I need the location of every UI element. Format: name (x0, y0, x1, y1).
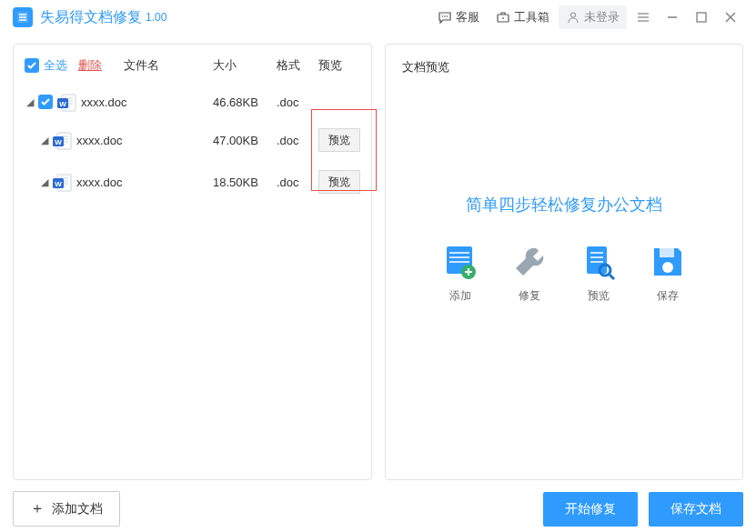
svg-text:W: W (59, 100, 66, 108)
file-size: 46.68KB (213, 95, 277, 109)
start-repair-button[interactable]: 开始修复 (543, 492, 638, 527)
file-size: 47.00KB (213, 134, 277, 147)
delete-link[interactable]: 删除 (78, 57, 102, 74)
main-area: 全选 删除 文件名 大小 格式 预览 ◢Wxxxx.doc46.68KB.doc… (0, 35, 756, 480)
file-name: xxxx.doc (81, 95, 213, 109)
row-checkbox[interactable] (38, 95, 53, 109)
table-row[interactable]: ◢Wxxxx.doc18.50KB.doc预览 (14, 161, 371, 203)
login-label: 未登录 (584, 9, 620, 25)
file-format: .doc (277, 95, 318, 109)
svg-point-3 (447, 15, 449, 17)
doc-icon: W (53, 132, 71, 148)
preview-big-title: 简单四步轻松修复办公文档 (466, 194, 662, 216)
file-format: .doc (277, 176, 318, 189)
svg-rect-22 (590, 252, 603, 254)
svg-rect-26 (660, 248, 674, 257)
expand-icon[interactable]: ◢ (26, 96, 34, 108)
toolbox-icon (496, 10, 510, 25)
support-label: 客服 (456, 9, 479, 25)
steps-row: 添加 修复 预览 保存 (441, 243, 687, 304)
preview-placeholder: 简单四步轻松修复办公文档 添加 修复 预览 保存 (386, 90, 742, 479)
chat-icon (438, 10, 452, 25)
close-button[interactable] (718, 6, 743, 28)
svg-rect-18 (449, 256, 469, 258)
svg-point-5 (571, 13, 576, 17)
file-name: xxxx.doc (76, 176, 213, 189)
step-preview-label: 预览 (588, 288, 610, 304)
toolbox-label: 工具箱 (514, 9, 549, 25)
file-list-panel: 全选 删除 文件名 大小 格式 预览 ◢Wxxxx.doc46.68KB.doc… (13, 44, 372, 480)
toolbox-button[interactable]: 工具箱 (489, 5, 557, 29)
step-save: 保存 (649, 243, 687, 304)
col-size-header: 大小 (213, 57, 277, 74)
title-bar: 失易得文档修复 1.00 客服 工具箱 未登录 (0, 0, 756, 35)
add-document-label: 添加文档 (52, 501, 103, 517)
doc-icon: W (57, 94, 76, 110)
app-version: 1.00 (146, 11, 166, 24)
preview-button[interactable]: 预览 (318, 170, 360, 194)
step-repair-label: 修复 (519, 288, 540, 304)
minimize-button[interactable] (660, 6, 685, 28)
table-row[interactable]: ◢Wxxxx.doc47.00KB.doc预览 (14, 119, 371, 161)
svg-rect-23 (590, 256, 603, 258)
save-icon (649, 243, 687, 281)
file-rows: ◢Wxxxx.doc46.68KB.doc◢Wxxxx.doc47.00KB.d… (14, 85, 371, 479)
col-format-header: 格式 (277, 57, 318, 74)
menu-button[interactable] (630, 6, 656, 28)
file-format: .doc (277, 134, 318, 147)
step-add: 添加 (441, 243, 479, 304)
preview-panel: 文档预览 简单四步轻松修复办公文档 添加 修复 预览 保存 (385, 44, 743, 480)
file-name: xxxx.doc (76, 134, 213, 147)
svg-point-2 (444, 15, 446, 17)
search-doc-icon (580, 243, 618, 281)
add-document-button[interactable]: ＋ 添加文档 (13, 491, 120, 527)
save-document-button[interactable]: 保存文档 (649, 492, 743, 527)
svg-rect-21 (587, 246, 607, 274)
maximize-icon (696, 12, 707, 23)
expand-icon[interactable]: ◢ (41, 135, 48, 146)
svg-text:W: W (55, 138, 62, 146)
svg-rect-24 (590, 261, 603, 263)
file-size: 18.50KB (213, 176, 277, 189)
menu-icon (636, 10, 650, 25)
footer-bar: ＋ 添加文档 开始修复 保存文档 (0, 480, 756, 532)
step-save-label: 保存 (657, 288, 679, 304)
svg-rect-17 (449, 252, 469, 254)
app-title: 失易得文档修复 (40, 8, 142, 27)
select-all-label: 全选 (44, 57, 67, 74)
preview-button[interactable]: 预览 (318, 128, 360, 152)
expand-icon[interactable]: ◢ (41, 176, 48, 188)
svg-point-27 (662, 262, 673, 273)
login-button[interactable]: 未登录 (559, 5, 627, 29)
wrench-icon (510, 243, 549, 281)
svg-rect-6 (697, 13, 706, 22)
customer-support-button[interactable]: 客服 (430, 5, 487, 29)
minimize-icon (666, 11, 679, 24)
maximize-button[interactable] (689, 6, 714, 28)
step-preview: 预览 (580, 243, 618, 304)
file-list-header: 全选 删除 文件名 大小 格式 预览 (14, 45, 371, 85)
app-logo-icon (13, 7, 33, 27)
col-name-header: 文件名 (124, 57, 213, 74)
svg-text:W: W (55, 180, 62, 188)
preview-panel-title: 文档预览 (386, 45, 742, 90)
select-all-checkbox[interactable] (25, 58, 39, 73)
plus-icon: ＋ (30, 499, 45, 518)
col-preview-header: 预览 (318, 57, 360, 74)
doc-icon: W (53, 174, 71, 190)
user-icon (566, 10, 580, 25)
close-icon (724, 11, 737, 24)
step-add-label: 添加 (449, 288, 471, 304)
svg-rect-19 (449, 261, 469, 263)
step-repair: 修复 (510, 243, 549, 304)
svg-point-1 (442, 15, 444, 17)
add-icon (441, 243, 479, 281)
table-row[interactable]: ◢Wxxxx.doc46.68KB.doc (14, 85, 371, 119)
